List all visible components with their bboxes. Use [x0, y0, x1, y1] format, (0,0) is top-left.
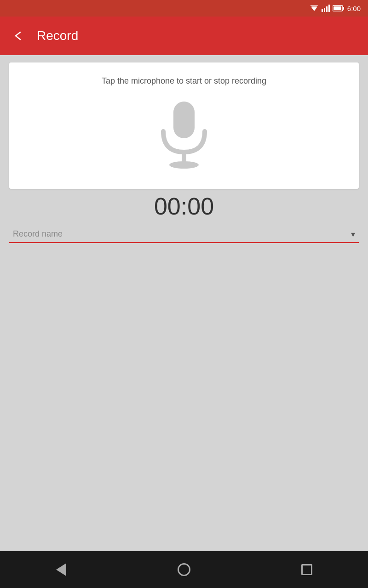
wifi-icon [310, 5, 319, 12]
main-content: Tap the microphone to start or stop reco… [0, 55, 368, 551]
svg-marker-1 [310, 5, 318, 9]
back-triangle-icon [56, 563, 66, 576]
svg-point-11 [169, 161, 199, 169]
nav-recents-button[interactable] [288, 556, 325, 583]
svg-rect-8 [334, 6, 341, 10]
record-instruction: Tap the microphone to start or stop reco… [102, 76, 266, 86]
svg-rect-4 [326, 6, 328, 12]
battery-icon [333, 5, 345, 11]
app-bar: Record [0, 17, 368, 55]
svg-rect-9 [173, 102, 195, 138]
recents-square-icon [301, 564, 312, 575]
nav-bar [0, 551, 368, 588]
recording-timer: 00:00 [154, 192, 214, 220]
record-name-select[interactable]: Record name Recording 1 Recording 2 Reco… [9, 226, 359, 243]
svg-rect-2 [322, 9, 323, 12]
microphone-icon [152, 97, 216, 170]
svg-rect-5 [328, 5, 330, 12]
nav-home-button[interactable] [166, 556, 202, 583]
home-circle-icon [178, 563, 190, 576]
signal-icon [322, 5, 330, 12]
status-icons: 6:00 [310, 5, 361, 12]
svg-rect-3 [324, 8, 325, 12]
record-card: Tap the microphone to start or stop reco… [9, 62, 359, 189]
back-button[interactable] [9, 27, 28, 45]
page-title: Record [37, 28, 78, 43]
status-time: 6:00 [347, 5, 361, 12]
nav-back-button[interactable] [43, 556, 80, 583]
microphone-button[interactable] [152, 97, 216, 170]
status-bar: 6:00 [0, 0, 368, 17]
svg-rect-7 [343, 7, 344, 10]
record-name-container[interactable]: Record name Recording 1 Recording 2 Reco… [9, 226, 359, 243]
